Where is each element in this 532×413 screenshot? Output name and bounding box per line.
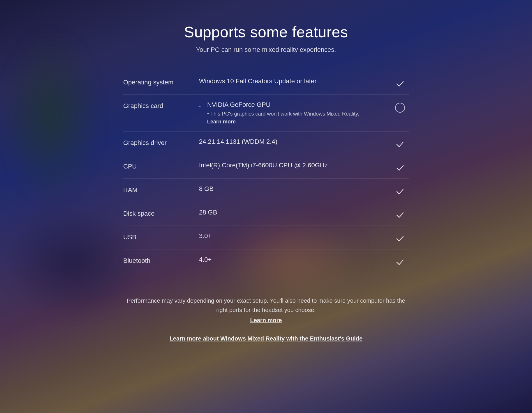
check-icon-bluetooth (396, 258, 404, 266)
check-icon-os (396, 79, 404, 88)
spec-value-graphics-driver-text: 24.21.14.1131 (WDDM 2.4) (199, 138, 277, 146)
spec-value-cpu-text: Intel(R) Core(TM) i7-6600U CPU @ 2.60GHz (199, 162, 328, 169)
check-icon-cpu (396, 163, 404, 172)
spec-value-cpu: Intel(R) Core(TM) i7-6600U CPU @ 2.60GHz (199, 162, 391, 169)
spec-label-usb: USB (123, 232, 199, 241)
footer-performance-note: Performance may vary depending on your e… (123, 296, 409, 315)
spec-value-ram: 8 GB (199, 185, 391, 193)
check-icon-disk-space (396, 210, 404, 219)
spec-value-bluetooth: 4.0+ (199, 256, 391, 263)
spec-icon-bluetooth (391, 256, 409, 266)
chevron-down-icon[interactable] (199, 102, 204, 107)
main-content: Supports some features Your PC can run s… (0, 0, 532, 342)
footer-learn-more-link[interactable]: Learn more (123, 317, 409, 324)
spec-icon-graphics-driver (391, 138, 409, 148)
spec-value-graphics-card: NVIDIA GeForce GPU This PC's graphics ca… (199, 101, 391, 125)
spec-row-usb: USB 3.0+ (123, 226, 409, 249)
spec-icon-ram (391, 185, 409, 196)
spec-label-graphics-card: Graphics card (123, 101, 199, 110)
spec-icon-os (391, 77, 409, 88)
learn-more-graphics-card[interactable]: Learn more (199, 119, 391, 125)
spec-row-graphics-card: Graphics card NVIDIA GeForce GPU This PC… (123, 95, 409, 132)
spec-row-bluetooth: Bluetooth 4.0+ (123, 249, 409, 273)
footer-guide-link[interactable]: Learn more about Windows Mixed Reality w… (123, 335, 409, 342)
footer-section: Performance may vary depending on your e… (123, 296, 409, 342)
check-icon-graphics-driver (396, 140, 404, 148)
spec-row-ram: RAM 8 GB (123, 179, 409, 202)
spec-value-ram-text: 8 GB (199, 185, 214, 193)
spec-value-usb-text: 3.0+ (199, 232, 212, 240)
spec-value-usb: 3.0+ (199, 232, 391, 240)
spec-value-disk-space-text: 28 GB (199, 209, 217, 216)
spec-value-disk-space: 28 GB (199, 209, 391, 216)
spec-label-graphics-driver: Graphics driver (123, 138, 199, 147)
spec-icon-usb (391, 232, 409, 243)
spec-value-os-text: Windows 10 Fall Creators Update or later (199, 77, 317, 85)
check-icon-usb (396, 234, 404, 243)
spec-label-disk-space: Disk space (123, 209, 199, 217)
spec-value-os: Windows 10 Fall Creators Update or later (199, 77, 391, 85)
spec-label-cpu: CPU (123, 162, 199, 170)
check-icon-ram (396, 187, 404, 196)
spec-row-cpu: CPU Intel(R) Core(TM) i7-6600U CPU @ 2.6… (123, 155, 409, 179)
spec-row-os: Operating system Windows 10 Fall Creator… (123, 71, 409, 95)
spec-label-bluetooth: Bluetooth (123, 256, 199, 265)
page-title: Supports some features (184, 23, 348, 41)
spec-icon-cpu (391, 162, 409, 172)
specs-table: Operating system Windows 10 Fall Creator… (123, 71, 409, 273)
page-subtitle: Your PC can run some mixed reality exper… (196, 46, 336, 54)
spec-value-graphics-driver: 24.21.14.1131 (WDDM 2.4) (199, 138, 391, 146)
spec-note-graphics-card: This PC's graphics card won't work with … (199, 111, 391, 117)
spec-row-disk-space: Disk space 28 GB (123, 202, 409, 226)
spec-row-graphics-driver: Graphics driver 24.21.14.1131 (WDDM 2.4) (123, 132, 409, 155)
spec-icon-graphics-card: i (391, 101, 409, 113)
spec-label-os: Operating system (123, 77, 199, 86)
spec-label-ram: RAM (123, 185, 199, 194)
spec-icon-disk-space (391, 209, 409, 219)
spec-value-graphics-card-text: NVIDIA GeForce GPU (207, 101, 271, 109)
spec-value-bluetooth-text: 4.0+ (199, 256, 212, 263)
info-icon-graphics-card[interactable]: i (395, 103, 405, 113)
